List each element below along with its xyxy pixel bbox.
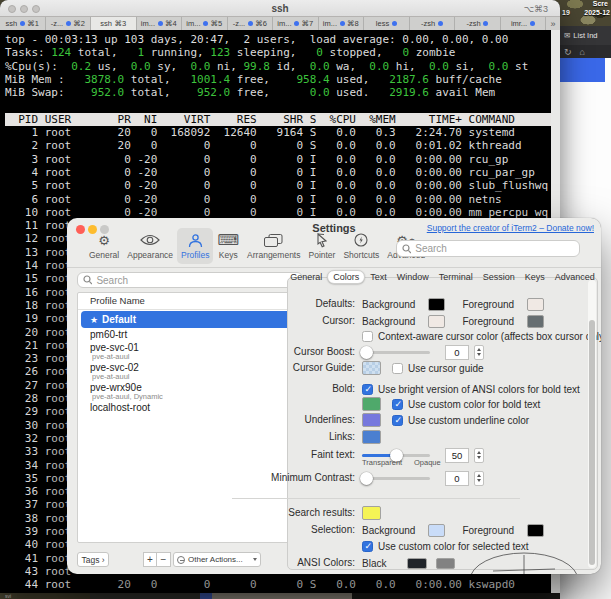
cursor-guide-checkbox[interactable] — [392, 363, 403, 374]
profile-subtabs: GeneralColorsTextWindowTerminalSessionKe… — [287, 270, 598, 284]
terminal-line: top - 00:03:13 up 103 days, 20:47, 2 use… — [5, 33, 551, 46]
faint-text-slider[interactable] — [362, 454, 430, 457]
tab-label: imr... — [511, 19, 527, 28]
subtab-keys[interactable]: Keys — [520, 271, 550, 283]
settings-window: Settings Support the creator of iTerm2 –… — [67, 218, 601, 574]
browser-tab-label: List Ind — [573, 31, 597, 40]
remove-profile-button[interactable]: − — [157, 552, 171, 567]
tab-label: ssh — [100, 19, 112, 28]
profile-list-header[interactable]: Profile Name — [90, 295, 145, 306]
selection-background-swatch[interactable] — [428, 524, 445, 537]
bold-bright-checkbox[interactable] — [362, 384, 373, 395]
subtab-text[interactable]: Text — [365, 271, 392, 283]
toolbar-item-pointer[interactable]: Pointer — [304, 228, 339, 264]
terminal-tab[interactable]: imr... — [501, 17, 547, 30]
search-icon — [83, 275, 92, 285]
terminal-line: 6 root 0 -20 0 0 0 I 0.0 0.0 0:00.00 net… — [5, 193, 551, 206]
toolbar-item-shortcuts[interactable]: Shortcuts — [339, 228, 383, 264]
bold-color-swatch[interactable] — [362, 397, 381, 411]
default-background-swatch[interactable] — [428, 298, 445, 311]
terminal-titlebar[interactable]: ssh ⌥⌘3 — [0, 0, 560, 17]
toolbar-item-general[interactable]: ⚙General — [85, 228, 123, 264]
default-foreground-swatch[interactable] — [527, 298, 544, 311]
terminal-line: PID USER PR NI VIRT RES SHR S %CPU %MEM … — [5, 113, 551, 126]
toolbar-item-arrangements[interactable]: Arrangements — [243, 228, 304, 264]
profile-search-field[interactable] — [77, 272, 303, 288]
underline-custom-checkbox[interactable] — [392, 415, 403, 426]
toolbar-item-keys[interactable]: ⌨Keys — [213, 228, 243, 264]
browser-tab[interactable]: ✉ List Ind — [559, 26, 611, 45]
subtab-window[interactable]: Window — [392, 271, 434, 283]
terminal-tabbar: ssh⌘1-z...⌘2ssh⌘3im...⌘4im...⌘5-z...⌘6im… — [0, 17, 560, 30]
ansi-black-bright-swatch[interactable] — [436, 558, 455, 569]
links-color-swatch[interactable] — [362, 430, 381, 444]
underlines-label: Underlines: — [215, 412, 355, 428]
cursor-boost-value[interactable]: 0 — [445, 345, 469, 360]
terminal-tab[interactable]: im...⌘7 — [273, 17, 319, 30]
subtab-session[interactable]: Session — [478, 271, 520, 283]
toolbar-item-label: Arrangements — [247, 250, 300, 260]
ansi-colors-label: ANSI Colors: — [215, 555, 355, 571]
profile-row[interactable]: pm60-trt — [81, 328, 299, 340]
terminal-line: %Cpu(s): 0.2 us, 0.0 sy, 0.0 ni, 99.8 id… — [5, 60, 551, 73]
toolbar-item-profiles[interactable]: Profiles — [177, 228, 213, 264]
cursor-foreground-swatch[interactable] — [527, 315, 544, 328]
links-label: Links: — [215, 429, 355, 445]
tab-activity-dot — [392, 21, 397, 26]
cursor-boost-stepper[interactable] — [474, 345, 484, 360]
profile-search-input[interactable] — [96, 275, 297, 286]
tab-activity-dot — [530, 21, 535, 26]
min-contrast-stepper[interactable] — [474, 471, 484, 486]
terminal-tab[interactable]: -zsh — [410, 17, 456, 30]
settings-search-input[interactable] — [415, 243, 574, 254]
context-aware-checkbox[interactable] — [362, 331, 373, 342]
terminal-tab[interactable]: im...⌘5 — [182, 17, 228, 30]
terminal-line: 44 root 20 0 0 0 0 S 0.0 0.0 0:00.00 ksw… — [5, 578, 551, 591]
faint-text-stepper[interactable] — [474, 448, 484, 463]
divider — [67, 267, 601, 268]
min-contrast-slider[interactable] — [362, 477, 430, 480]
selection-custom-checkbox[interactable] — [362, 541, 373, 552]
transparent-label: Transparent — [362, 458, 402, 467]
terminal-line: Tasks: 124 total, 1 running, 123 sleepin… — [5, 46, 551, 59]
min-contrast-value[interactable]: 0 — [445, 471, 469, 486]
terminal-tab[interactable]: -zsh — [455, 17, 501, 30]
terminal-tab[interactable]: im...⌘8 — [319, 17, 365, 30]
tab-overflow-button[interactable]: » — [546, 17, 560, 30]
selection-foreground-swatch[interactable] — [527, 524, 544, 537]
background-label: Background — [362, 316, 415, 327]
terminal-tab[interactable]: -z...⌘2 — [46, 17, 92, 30]
cursor-background-swatch[interactable] — [428, 315, 445, 328]
toolbar-item-appearance[interactable]: Appearance — [123, 228, 177, 264]
subtab-general[interactable]: General — [285, 271, 327, 283]
search-results-swatch[interactable] — [362, 506, 381, 520]
add-profile-button[interactable]: + — [143, 552, 157, 567]
underline-color-swatch[interactable] — [362, 413, 381, 427]
tab-shortcut: ⌘6 — [255, 19, 267, 28]
subtab-terminal[interactable]: Terminal — [434, 271, 478, 283]
faint-text-value[interactable]: 50 — [445, 448, 469, 463]
background-window-strip — [90, 593, 200, 599]
reload-icon[interactable]: ↻ — [564, 47, 572, 57]
cursor-boost-slider[interactable] — [362, 351, 430, 354]
ansi-black-normal-swatch[interactable] — [407, 558, 427, 569]
tags-button[interactable]: Tags › — [77, 552, 109, 567]
donate-link[interactable]: Support the creator of iTerm2 – Donate n… — [427, 223, 594, 233]
profile-subtitle: pve-at-auul — [92, 372, 130, 381]
terminal-tab[interactable]: im...⌘4 — [137, 17, 183, 30]
star-icon: ★ — [90, 315, 98, 325]
terminal-tab[interactable]: ssh⌘3 — [91, 17, 137, 30]
terminal-line: 4 root 0 -20 0 0 0 I 0.0 0.0 0:00.00 rcu… — [5, 166, 551, 179]
terminal-tab[interactable]: less — [364, 17, 410, 30]
bold-custom-checkbox[interactable] — [392, 399, 403, 410]
tab-activity-dot — [483, 21, 488, 26]
cursor-guide-swatch[interactable] — [362, 361, 381, 375]
tab-activity-dot — [340, 21, 345, 26]
terminal-tab[interactable]: ssh⌘1 — [0, 17, 46, 30]
scrollbar-thumb[interactable] — [589, 320, 595, 565]
terminal-tab[interactable]: -z...⌘6 — [228, 17, 274, 30]
settings-search-field[interactable] — [396, 240, 580, 257]
home-icon[interactable]: ⌂ — [580, 47, 585, 57]
subtab-colors[interactable]: Colors — [327, 270, 365, 284]
cursor-boost-label: Cursor Boost: — [215, 344, 355, 360]
